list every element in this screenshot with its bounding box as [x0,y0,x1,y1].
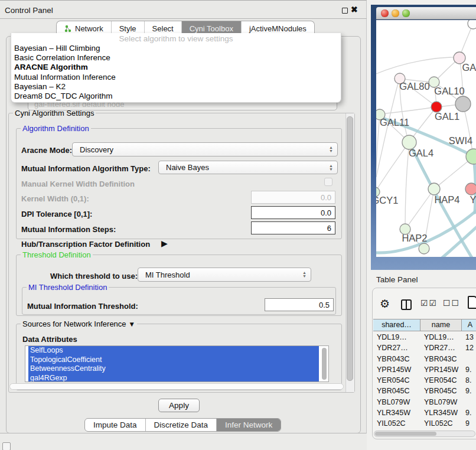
apply-button[interactable]: Apply [158,399,200,412]
data-attributes-list[interactable]: SelfLoops TopologicalCoefficient Between… [25,345,329,382]
column-header-shared-name[interactable]: shared… [373,319,420,331]
network-edge[interactable] [376,79,399,177]
dropdown-item-selected[interactable]: ARACNE Algorithm [11,63,341,72]
stepper-icon: ▲▼ [329,146,333,153]
network-node-label: Y [470,194,476,205]
network-edge[interactable] [434,158,472,189]
network-edge[interactable] [376,57,459,74]
list-scrollbar-thumb[interactable] [322,348,327,380]
settings-horizontal-scrollbar[interactable] [9,383,344,390]
table-cell: 9 [462,418,476,427]
table-cell: YPR145W [373,364,420,375]
split-columns-icon[interactable] [401,299,412,310]
dpi-tolerance-label: DPI Tolerance [0,1]: [21,210,92,219]
table-row[interactable]: YER054CYER054C8. [373,375,476,386]
aracne-mode-combobox[interactable]: Discovery ▲▼ [72,142,338,156]
dropdown-item[interactable]: Dream8 DC_TDC Algorithm [11,92,341,101]
table-row[interactable]: YBR043CYBR043C [373,354,476,364]
table-cell [462,354,476,364]
dropdown-item[interactable]: Mutual Information Inference [11,73,341,82]
table-cell: YBL079W [373,397,420,407]
manual-kernel-checkbox[interactable] [324,178,332,186]
table-cell: 9. [462,386,476,396]
which-threshold-label: Which threshold to use: [50,272,138,281]
algorithm-dropdown-popup: Select algorithm to view settings Bayesi… [11,33,341,103]
network-edge[interactable] [376,143,409,192]
float-window-icon[interactable] [342,8,348,14]
cyni-bottom-tabs: Impute Data Discretize Data Infer Networ… [84,418,281,432]
table-row[interactable]: YBL079WYBL079W [373,397,476,407]
network-canvas[interactable]: GALGAL80GAL10GAL1GAL11GAL4SWI4GCY1HAP4YH… [376,20,476,257]
network-node[interactable] [455,96,471,112]
dpi-tolerance-field[interactable]: 0.0 [251,206,335,219]
gear-icon[interactable]: ⚙ [380,297,390,311]
table-cell: YDL19… [420,332,462,343]
zoom-traffic-light-icon[interactable] [402,9,410,17]
network-edge-highlighted[interactable] [442,224,476,257]
network-node[interactable] [419,243,429,254]
collapse-down-icon[interactable]: ▼ [128,320,135,328]
table-cell: YER054C [373,375,420,386]
deselect-all-checks-icon[interactable]: ☐☐ [443,298,460,308]
mi-type-label: Mutual Information Algorithm Type: [21,164,151,173]
list-item-selected[interactable]: TopologicalCoefficient [28,356,319,365]
mi-threshold-field[interactable]: 0.5 [265,298,334,311]
table-row[interactable]: YDL19…YDL19…13 [373,332,476,343]
table-row[interactable]: YDR27…YDR27…12 [373,343,476,353]
table-cell: YBR043C [420,354,462,364]
tab-discretize-data[interactable]: Discretize Data [145,419,217,431]
kernel-width-field[interactable]: 0.0 [251,191,335,204]
settings-scrollbar-thumb[interactable] [347,116,353,381]
dropdown-item[interactable]: Basic Correlation Inference [11,53,341,63]
list-item-selected[interactable]: gal4RGexp [28,374,319,383]
table-cell: YDR27… [420,343,462,353]
minimize-traffic-light-icon[interactable] [392,9,399,17]
screenshot-root: Control Panel ✖ Network Style Select [0,0,476,450]
export-table-icon[interactable] [468,296,476,309]
tab-infer-network[interactable]: Infer Network [216,419,281,431]
manual-kernel-label: Manual Kernel Width Definition [21,180,135,188]
dropdown-item[interactable]: Bayesian – Hill Climbing [11,44,341,53]
table-header-row: shared… name A [373,319,476,331]
select-all-checks-icon[interactable]: ☑☑ [420,298,438,308]
table-row[interactable]: YLR345WYLR345W9. [373,407,476,418]
network-edge[interactable] [380,107,436,114]
table-cell: 9. [462,407,476,418]
expand-right-icon[interactable]: ▶ [161,239,168,248]
stepper-icon: ▲▼ [329,164,333,171]
mi-steps-field[interactable]: 6 [251,221,335,234]
dropdown-item[interactable]: Bayesian – K2 [11,82,341,92]
mi-type-combobox[interactable]: Naive Bayes ▲▼ [158,161,338,174]
combobox-value: MI Threshold [145,270,190,279]
algorithm-definition-title: Algorithm Definition [21,124,91,133]
table-row[interactable]: YBR045CYBR045C9. [373,386,476,396]
data-attributes-label: Data Attributes [22,335,77,344]
network-node-hap4[interactable] [428,183,440,195]
combobox-value: Discovery [80,145,113,154]
network-icon [64,25,72,32]
which-threshold-combobox[interactable]: MI Threshold ▲▼ [138,268,311,282]
network-node[interactable] [468,20,476,29]
table-row[interactable]: YPR145WYPR145W9. [373,364,476,375]
table-cell: YBR045C [420,386,462,396]
table-cell: YER054C [420,375,462,386]
mini-panel-icon[interactable] [2,442,11,450]
aracne-mode-label: Aracne Mode: [21,146,72,155]
network-edge[interactable] [406,189,434,228]
network-node-y[interactable] [465,183,476,195]
close-icon[interactable]: ✖ [351,5,358,14]
list-item-selected[interactable]: BetweennessCentrality [28,364,319,374]
column-header-partial[interactable]: A [462,319,476,331]
table-horizontal-scrollbar-thumb[interactable] [375,432,436,436]
column-header-name[interactable]: name [420,319,462,331]
network-node-label: GAL1 [435,111,459,122]
close-traffic-light-icon[interactable] [381,9,389,17]
tab-impute-data[interactable]: Impute Data [85,419,145,431]
list-item-selected[interactable]: SelfLoops [28,346,319,356]
network-node-label: GAL [462,62,476,73]
sources-group-title: Sources for Network Inference ▼ [21,319,137,328]
table-row[interactable]: YIL052CYIL052C9 [373,418,476,427]
table-cell: YDR27… [373,343,420,353]
sources-title-text: Sources for Network Inference [22,319,126,328]
network-view-window: GALGAL80GAL10GAL1GAL11GAL4SWI4GCY1HAP4YH… [371,5,476,270]
